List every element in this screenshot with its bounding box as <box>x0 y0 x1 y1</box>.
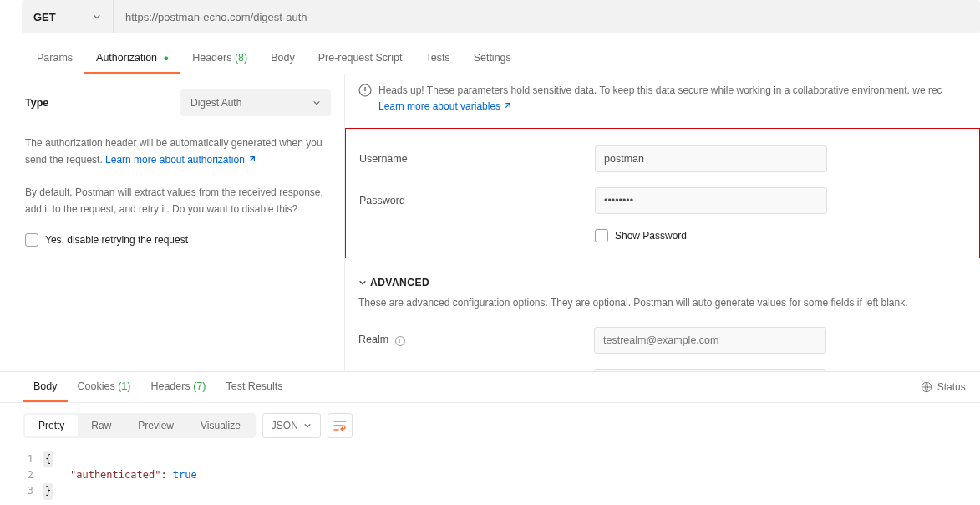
tab-authorization[interactable]: Authorization ● <box>84 45 180 74</box>
response-area: Body Cookies (1) Headers (7) Test Result… <box>0 371 980 500</box>
resp-tab-body[interactable]: Body <box>23 372 68 402</box>
realm-label-text: Realm <box>358 334 388 345</box>
view-preview[interactable]: Preview <box>124 415 187 436</box>
wrap-icon <box>333 420 347 431</box>
disable-retry-checkbox[interactable] <box>25 233 38 247</box>
view-mode-tabs: Pretty Raw Preview Visualize <box>23 413 256 438</box>
username-row: Username <box>346 145 979 172</box>
chevron-down-icon <box>312 99 321 107</box>
json-key: "authenticated" <box>70 469 160 481</box>
status-label: Status: <box>937 381 968 393</box>
chevron-down-icon <box>303 421 312 430</box>
nonce-row: Nonce i <box>345 369 980 371</box>
learn-variables-label: Learn more about variables <box>378 100 500 112</box>
external-link-icon <box>247 156 256 164</box>
tab-tests[interactable]: Tests <box>414 45 461 74</box>
json-brace: } <box>43 483 53 499</box>
chevron-down-icon <box>358 278 367 287</box>
http-method-select[interactable]: GET <box>22 0 114 33</box>
view-visualize[interactable]: Visualize <box>187 415 254 436</box>
nonce-input[interactable] <box>594 369 826 371</box>
learn-variables-link[interactable]: Learn more about variables <box>378 100 511 112</box>
disable-retry-row: Yes, disable retrying the request <box>25 233 331 247</box>
view-pretty[interactable]: Pretty <box>25 415 78 436</box>
username-label: Username <box>359 153 595 165</box>
realm-label: Realm i <box>358 334 594 346</box>
line-number: 2 <box>23 467 43 483</box>
response-tabs-row: Body Cookies (1) Headers (7) Test Result… <box>0 372 980 403</box>
body-format-value: JSON <box>272 420 298 431</box>
globe-icon[interactable] <box>921 381 932 393</box>
auth-help-1: The authorization header will be automat… <box>25 135 331 169</box>
tab-pre-request[interactable]: Pre-request Script <box>307 45 414 74</box>
advanced-toggle[interactable]: ADVANCED <box>358 277 967 288</box>
request-tabs: Params Authorization ● Headers (8) Body … <box>0 45 980 74</box>
advanced-title: ADVANCED <box>370 277 429 288</box>
auth-help-2: By default, Postman will extract values … <box>25 184 331 218</box>
realm-input[interactable] <box>594 327 826 354</box>
auth-main-area: Type Digest Auth The authorization heade… <box>0 74 980 371</box>
password-row: Password <box>346 187 979 214</box>
resp-tab-headers-count: (7) <box>193 380 206 392</box>
auth-type-row: Type Digest Auth <box>25 89 331 116</box>
tab-headers-label: Headers <box>192 52 231 64</box>
tab-params[interactable]: Params <box>25 45 84 74</box>
learn-more-auth-link[interactable]: Learn more about authorization <box>105 154 256 166</box>
tab-headers[interactable]: Headers (8) <box>180 45 259 74</box>
json-line: "authenticated": true <box>43 467 197 483</box>
auth-left-pane: Type Digest Auth The authorization heade… <box>0 74 345 371</box>
warning-text: Heads up! These parameters hold sensitiv… <box>378 84 942 96</box>
realm-row: Realm i <box>345 327 980 354</box>
resp-tab-cookies[interactable]: Cookies (1) <box>68 372 141 402</box>
resp-tab-headers-label: Headers <box>150 380 190 392</box>
tab-headers-count: (8) <box>235 52 247 64</box>
auth-type-select[interactable]: Digest Auth <box>180 89 331 116</box>
tab-active-dot-icon: ● <box>164 53 170 63</box>
credential-fields-box: Username Password Show Password <box>345 128 980 258</box>
request-url-input[interactable] <box>114 0 980 33</box>
response-tabs: Body Cookies (1) Headers (7) Test Result… <box>0 372 293 402</box>
external-link-icon <box>503 102 511 110</box>
learn-more-auth-label: Learn more about authorization <box>105 154 245 166</box>
warning-icon <box>358 84 372 97</box>
line-number: 3 <box>23 483 43 499</box>
disable-retry-label: Yes, disable retrying the request <box>45 234 188 246</box>
password-label: Password <box>359 195 595 207</box>
auth-type-value: Digest Auth <box>190 97 241 109</box>
password-input[interactable] <box>595 187 827 214</box>
resp-tab-test-results[interactable]: Test Results <box>216 372 292 402</box>
body-format-select[interactable]: JSON <box>262 413 321 438</box>
resp-tab-cookies-count: (1) <box>118 380 130 392</box>
http-method-value: GET <box>33 11 56 23</box>
json-sep: : <box>160 469 172 481</box>
response-status-area: Status: <box>921 381 980 393</box>
advanced-description: These are advanced configuration options… <box>358 295 967 311</box>
show-password-checkbox[interactable] <box>595 229 608 242</box>
username-input[interactable] <box>595 145 827 172</box>
resp-tab-headers[interactable]: Headers (7) <box>140 372 216 402</box>
chevron-down-icon <box>93 13 101 21</box>
body-view-controls: Pretty Raw Preview Visualize JSON <box>0 403 980 448</box>
warning-text-wrap: Heads up! These parameters hold sensitiv… <box>378 83 942 115</box>
line-wrap-button[interactable] <box>328 413 353 438</box>
view-raw[interactable]: Raw <box>78 415 124 436</box>
sensitive-warning: Heads up! These parameters hold sensitiv… <box>345 74 980 123</box>
info-icon[interactable]: i <box>395 336 405 346</box>
json-brace: { <box>43 451 53 467</box>
tab-authorization-label: Authorization <box>96 52 157 64</box>
tab-settings[interactable]: Settings <box>462 45 523 74</box>
request-url-bar: GET <box>22 0 980 33</box>
show-password-row: Show Password <box>346 229 979 242</box>
json-value: true <box>173 469 197 481</box>
response-body-code[interactable]: 1{ 2"authenticated": true 3} <box>0 448 980 500</box>
resp-tab-cookies-label: Cookies <box>78 380 115 392</box>
auth-right-pane: Heads up! These parameters hold sensitiv… <box>345 74 980 371</box>
auth-type-label: Type <box>25 97 48 109</box>
line-number: 1 <box>23 451 43 467</box>
tab-body[interactable]: Body <box>259 45 307 74</box>
show-password-label: Show Password <box>615 230 687 242</box>
